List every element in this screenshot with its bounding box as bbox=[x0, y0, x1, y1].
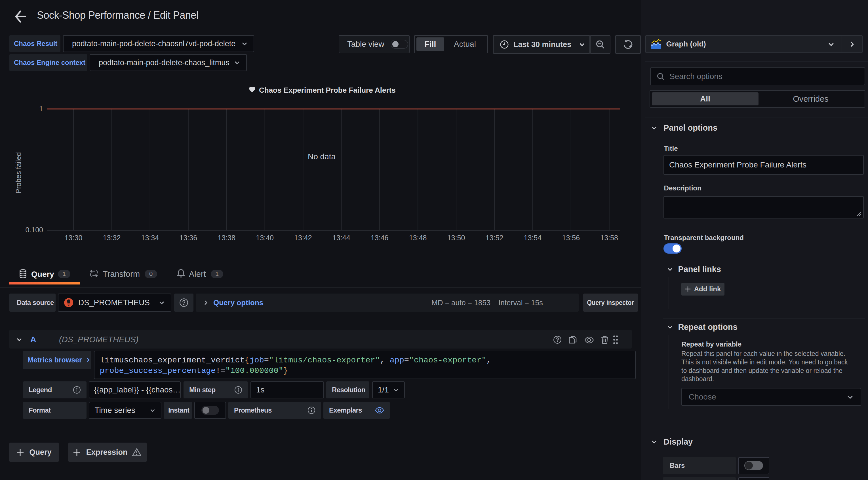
svg-text:0.100: 0.100 bbox=[25, 226, 43, 234]
svg-text:No data: No data bbox=[308, 152, 336, 161]
svg-text:1: 1 bbox=[39, 105, 43, 113]
svg-text:13:56: 13:56 bbox=[562, 234, 580, 242]
svg-text:13:42: 13:42 bbox=[294, 234, 312, 242]
svg-text:13:46: 13:46 bbox=[371, 234, 389, 242]
svg-text:13:54: 13:54 bbox=[524, 234, 542, 242]
svg-text:13:32: 13:32 bbox=[103, 234, 121, 242]
svg-text:13:34: 13:34 bbox=[141, 234, 159, 242]
svg-text:13:38: 13:38 bbox=[218, 234, 236, 242]
svg-text:13:58: 13:58 bbox=[600, 234, 618, 242]
svg-text:Probes failed: Probes failed bbox=[14, 152, 23, 194]
svg-text:13:40: 13:40 bbox=[256, 234, 274, 242]
svg-text:13:50: 13:50 bbox=[447, 234, 465, 242]
svg-text:13:44: 13:44 bbox=[333, 234, 350, 242]
svg-text:Chaos Experiment Probe Failure: Chaos Experiment Probe Failure Alerts bbox=[259, 86, 396, 94]
svg-text:13:52: 13:52 bbox=[486, 234, 503, 242]
svg-text:13:30: 13:30 bbox=[65, 234, 83, 242]
svg-text:13:36: 13:36 bbox=[180, 234, 197, 242]
svg-text:13:48: 13:48 bbox=[409, 234, 427, 242]
